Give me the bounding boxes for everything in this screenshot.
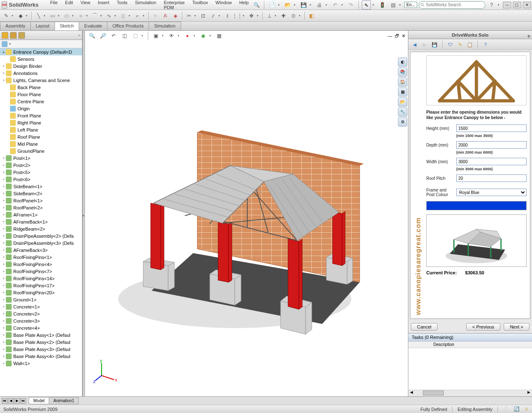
tree-item[interactable]: +Annotations	[0, 70, 82, 77]
menu-edit[interactable]: Edit	[62, 0, 76, 11]
tree-item[interactable]: +SideBeam<1>	[0, 183, 82, 190]
tree-item[interactable]: +RoofFixingPins<17>	[0, 282, 82, 289]
tree-item[interactable]: +RoofFixingPins<1>	[0, 254, 82, 261]
dimension-icon[interactable]: ◆	[16, 11, 25, 20]
next-button[interactable]: Next >	[504, 323, 530, 331]
appearance-icon[interactable]: ●	[183, 31, 192, 40]
menu-insert[interactable]: Insert	[94, 0, 113, 11]
property-manager-tab-icon[interactable]	[10, 32, 17, 39]
tree-item[interactable]: +RidgeBeam<2>	[0, 225, 82, 232]
plane-icon[interactable]: ◈	[171, 11, 180, 20]
ribbon-tab-layout[interactable]: Layout	[30, 22, 55, 30]
3d-canvas[interactable]: ◐ 📚 🏠 ▦ 📂 🔧 ⚙	[85, 41, 408, 396]
tree-item[interactable]: +Concrete<2>	[0, 310, 82, 317]
sw-resources-icon[interactable]: ◐	[398, 57, 407, 67]
mirror-icon[interactable]: ⦀	[223, 11, 232, 20]
maximize-button[interactable]: ▢	[513, 2, 521, 8]
window-restore-icon[interactable]: 🗗	[395, 33, 399, 39]
slot-icon[interactable]: ⬭	[62, 11, 71, 20]
relation-icon[interactable]: ⊥	[265, 11, 274, 20]
tree-item[interactable]: Front Plane	[0, 112, 82, 119]
dw-forward-icon[interactable]: ▶	[421, 41, 428, 48]
section-view-icon[interactable]: ◫	[120, 31, 129, 40]
pattern-icon[interactable]: ⋮⋮	[233, 11, 242, 20]
tree-item[interactable]: Roof Plane	[0, 133, 82, 140]
file-explorer-icon[interactable]: 🏠	[398, 77, 407, 87]
dw-save-icon[interactable]: 💾	[431, 41, 438, 48]
tree-item[interactable]: +SideBeam<2>	[0, 190, 82, 197]
tree-root[interactable]: ▸Entrance Canopy (Default<D	[0, 48, 82, 55]
tree-item[interactable]: +RoofPanel<1>	[0, 197, 82, 204]
minimize-button[interactable]: —	[503, 2, 511, 8]
tree-item[interactable]: +RoofFixingPins<4>	[0, 261, 82, 268]
dw-edit-icon[interactable]: ✎	[456, 41, 464, 48]
menu-toolbox[interactable]: Toolbox	[189, 0, 211, 11]
tree-item[interactable]: +AFrame<1>	[0, 211, 82, 218]
colour-select[interactable]: Royal Blue	[456, 189, 527, 196]
tree-item[interactable]: +AFrameBack<1>	[0, 218, 82, 225]
move-icon[interactable]: ✥	[247, 11, 256, 20]
tasks-scrollbar[interactable]: ◀ ▶	[408, 390, 532, 396]
tree-item[interactable]: Right Plane	[0, 119, 82, 126]
panel-collapse-icon[interactable]: »	[78, 33, 80, 37]
dw-back-icon[interactable]: ◀	[411, 41, 418, 48]
design-library-icon[interactable]: 📚	[398, 67, 407, 77]
view-orient-icon[interactable]: ⬚	[131, 31, 140, 40]
tree-item[interactable]: +Ground<1>	[0, 296, 82, 303]
tree-item[interactable]: +AFrameBack<3>	[0, 246, 82, 254]
tree-item[interactable]: Centre Plane	[0, 98, 82, 105]
print-icon[interactable]: 🖨	[315, 0, 324, 10]
tab-nav[interactable]: ⏮◀▶⏭	[2, 398, 26, 404]
line-icon[interactable]: ╲	[34, 11, 43, 20]
search-input[interactable]	[419, 1, 485, 9]
menu-enterprise-pdm[interactable]: Enterprise PDM	[160, 0, 188, 11]
circle-icon[interactable]: ○	[76, 11, 85, 20]
offset-icon[interactable]: ⫽	[209, 11, 218, 20]
window-minimize-icon[interactable]: —	[388, 33, 392, 39]
tree-item[interactable]: Back Plane	[0, 84, 82, 91]
tree-item[interactable]: +Concrete<4>	[0, 324, 82, 331]
rectangle-icon[interactable]: ▭	[48, 11, 57, 20]
driveworks-icon[interactable]: ⚙	[398, 117, 407, 127]
repair-icon[interactable]: ✚	[279, 11, 288, 20]
driveworks-close-icon[interactable]: ⟐	[527, 32, 530, 40]
tree-item[interactable]: Origin	[0, 105, 82, 112]
width-input[interactable]	[456, 158, 527, 165]
pitch-input[interactable]	[456, 174, 527, 182]
cancel-button[interactable]: Cancel	[411, 323, 438, 331]
tree-item[interactable]: Sensors	[0, 55, 82, 62]
ribbon-tab-sketch[interactable]: Sketch	[55, 22, 80, 30]
convert-icon[interactable]: ⊡	[199, 11, 208, 20]
undo-icon[interactable]: ↶	[331, 0, 340, 10]
status-help-icon[interactable]: ❔	[503, 406, 509, 412]
status-warn-icon[interactable]: ⚠	[525, 406, 529, 412]
tree-item[interactable]: Floor Plane	[0, 91, 82, 98]
redo-icon[interactable]: ↷	[346, 0, 355, 10]
rapid-sketch-icon[interactable]: ◧	[307, 11, 316, 20]
tree-item[interactable]: +Design Binder	[0, 62, 82, 70]
tree-item[interactable]: +DrainPipeAssembly<2> (Defa	[0, 232, 82, 239]
tree-item[interactable]: +Concrete<3>	[0, 317, 82, 324]
open-icon[interactable]: 📂	[283, 0, 292, 10]
tree-item[interactable]: +Base Plate Assy<3> (Defaul	[0, 346, 82, 353]
previous-button[interactable]: < Previous	[466, 323, 500, 331]
feature-tree[interactable]: ▸Entrance Canopy (Default<D Sensors+Desi…	[0, 48, 82, 396]
spline-icon[interactable]: ∿	[104, 11, 114, 20]
display-style-icon[interactable]: ▣	[151, 31, 160, 40]
filter-icon[interactable]	[2, 41, 7, 47]
options-icon[interactable]: ▤	[388, 0, 398, 10]
tree-item[interactable]: +DrainPipeAssembly<3> (Defa	[0, 239, 82, 246]
custom-props-icon[interactable]: 🔧	[398, 107, 407, 117]
tree-item[interactable]: +RoofFixingPins<14>	[0, 275, 82, 282]
window-close-icon[interactable]: ✕	[402, 33, 405, 39]
render-icon[interactable]: ▦	[214, 31, 224, 40]
tree-item[interactable]: +Concrete<1>	[0, 303, 82, 310]
model-tab[interactable]: Model	[29, 397, 49, 404]
menu-file[interactable]: File	[47, 0, 61, 11]
dw-copy-icon[interactable]: 📋	[466, 41, 474, 48]
zoom-fit-icon[interactable]: 🔍	[87, 31, 97, 40]
sketch-icon[interactable]: ✎	[2, 11, 11, 20]
prev-view-icon[interactable]: ↶	[109, 31, 118, 40]
menu-view[interactable]: View	[77, 0, 94, 11]
tree-item[interactable]: +Post<1>	[0, 154, 82, 162]
